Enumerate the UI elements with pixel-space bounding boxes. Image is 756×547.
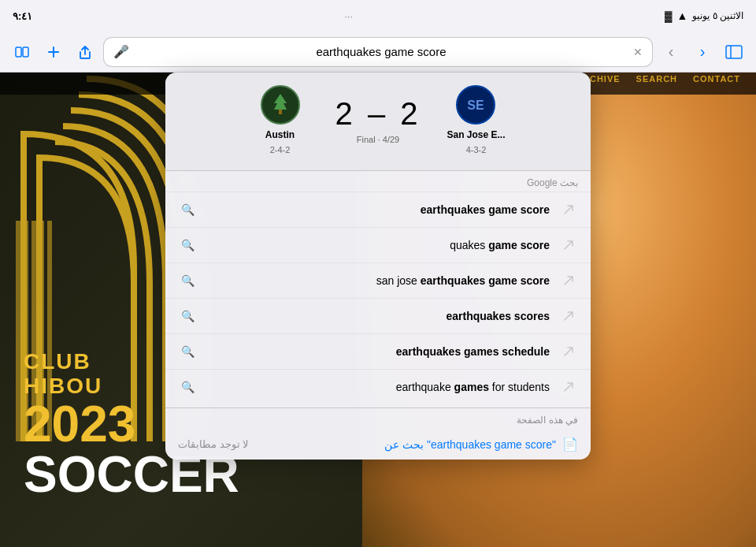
wifi-icon: ▲ — [676, 9, 687, 22]
svg-text:SE: SE — [468, 99, 485, 112]
svg-rect-5 — [16, 47, 21, 57]
on-page-search-label: "earthquakes game score" بحث عن — [384, 438, 556, 451]
nav-search[interactable]: SEARCH — [636, 74, 677, 84]
search-dropdown: Austin 2-4-2 2 – 2 Final · 4/29 SE San J… — [165, 73, 591, 460]
search-icon-3: 🔍 — [178, 271, 197, 290]
score-center: 2 – 2 Final · 4/29 — [335, 96, 421, 144]
score-card: Austin 2-4-2 2 – 2 Final · 4/29 SE San J… — [165, 73, 591, 170]
suggestion-row-2[interactable]: quakes game score 🔍 — [165, 227, 591, 262]
suggestion-row-5[interactable]: earthquakes games schedule 🔍 — [165, 333, 591, 369]
status-left: ٩:٤١ — [13, 10, 32, 22]
search-icon-1: 🔍 — [178, 200, 197, 219]
svg-rect-13 — [279, 110, 282, 114]
team2-logo: SE — [456, 85, 495, 125]
microphone-icon[interactable]: 🎤 — [113, 44, 129, 59]
page-search-icon: 📄 — [562, 437, 578, 452]
status-date: الاثنين ٥ يونيو — [692, 10, 743, 21]
arrow-icon-2 — [559, 236, 578, 255]
status-bar: ٩:٤١ ··· الاثنين ٥ يونيو ▲ ▓ — [0, 0, 756, 32]
team2-record: 4-3-2 — [466, 145, 487, 154]
on-page-header: في هذه الصفحة — [165, 407, 591, 429]
svg-rect-9 — [726, 46, 742, 58]
forward-button[interactable]: › — [690, 39, 715, 65]
arrow-icon-1 — [559, 200, 578, 219]
svg-rect-0 — [16, 221, 20, 441]
arrow-icon-4 — [559, 307, 578, 326]
arrow-icon-3 — [559, 271, 578, 290]
arrow-icon-6 — [559, 378, 578, 396]
nav-contact[interactable]: CONTACT — [693, 74, 740, 84]
suggestion-text-5: earthquakes games schedule — [206, 345, 550, 358]
status-dots: ··· — [344, 10, 353, 22]
team1-info: Austin 2-4-2 — [241, 85, 320, 154]
team2-name: San Jose E... — [447, 129, 505, 140]
score-meta: Final · 4/29 — [357, 135, 399, 144]
status-center: ··· — [344, 10, 353, 22]
status-time: ٩:٤١ — [13, 10, 32, 22]
search-bar[interactable]: 🎤 earthquakes game score ✕ — [104, 38, 652, 66]
suggestion-text-1: earthquakes game score — [206, 203, 550, 216]
score-value: 2 – 2 — [335, 96, 421, 132]
suggestion-row-6[interactable]: earthquake games for students 🔍 — [165, 369, 591, 404]
browser-toolbar: 🎤 earthquakes game score ✕ ‹ › — [0, 32, 756, 73]
new-tab-button[interactable] — [41, 39, 66, 65]
team2-info: SE San Jose E... 4-3-2 — [436, 85, 515, 154]
club-label: CLUB — [24, 349, 91, 374]
suggestion-row-3[interactable]: san jose earthquakes game score 🔍 — [165, 262, 591, 298]
suggestion-row-1[interactable]: earthquakes game score 🔍 — [165, 192, 591, 227]
back-button[interactable]: ‹ — [658, 39, 684, 65]
svg-rect-6 — [23, 47, 28, 57]
arrow-icon-5 — [559, 342, 578, 361]
team1-name: Austin — [265, 129, 295, 140]
search-input[interactable]: earthquakes game score — [135, 45, 627, 58]
share-button[interactable] — [72, 39, 98, 65]
clear-icon[interactable]: ✕ — [633, 46, 643, 58]
suggestion-row-4[interactable]: earthquakes scores 🔍 — [165, 298, 591, 333]
google-section-header: بحث Google — [165, 171, 591, 192]
suggestion-text-4: earthquakes scores — [206, 310, 550, 322]
hibou-label: HIBOU — [24, 374, 102, 398]
status-right: الاثنين ٥ يونيو ▲ ▓ — [665, 9, 743, 22]
team1-record: 2-4-2 — [270, 145, 291, 154]
on-page-no-matches: لا توجد مطابقات — [178, 438, 248, 450]
search-icon-6: 🔍 — [178, 378, 197, 396]
search-icon-2: 🔍 — [178, 236, 197, 255]
team1-logo — [261, 85, 300, 125]
on-page-search[interactable]: 📄 "earthquakes game score" بحث عن — [384, 437, 578, 452]
suggestion-text-2: quakes game score — [206, 239, 550, 251]
battery-icon: ▓ — [665, 10, 672, 22]
reader-view-button[interactable] — [721, 39, 747, 65]
suggestion-text-3: san jose earthquakes game score — [206, 274, 550, 287]
search-icon-5: 🔍 — [178, 342, 197, 361]
on-page-row[interactable]: 📄 "earthquakes game score" بحث عن لا توج… — [165, 429, 591, 460]
tabs-view-button[interactable] — [9, 39, 35, 65]
search-icon-4: 🔍 — [178, 307, 197, 326]
suggestion-text-6: earthquake games for students — [206, 381, 550, 393]
